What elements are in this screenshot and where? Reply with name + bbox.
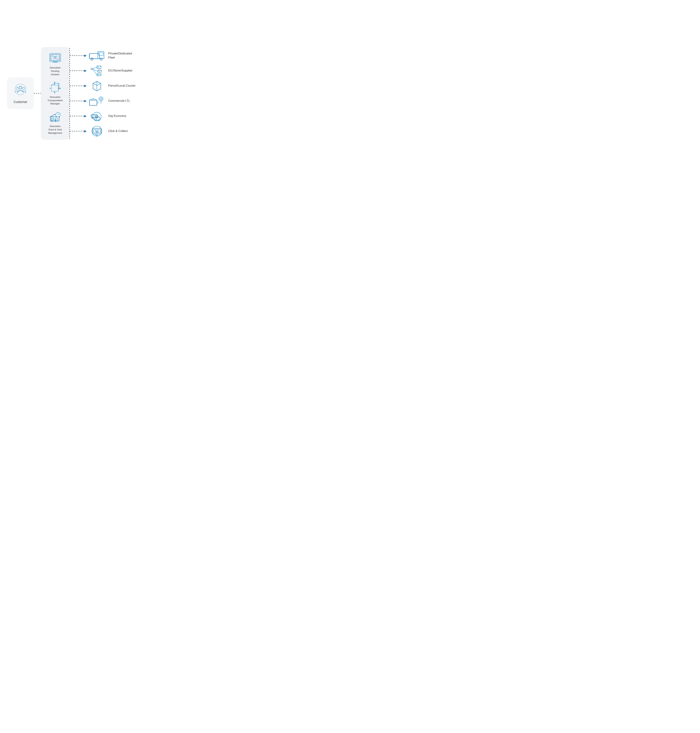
h-connector-5 xyxy=(70,116,84,116)
gig-economy-label: Gig Economy xyxy=(108,114,126,118)
svg-point-1 xyxy=(19,86,22,89)
row-dc-store: ▶ xyxy=(70,63,171,78)
svg-point-61 xyxy=(92,126,102,136)
svg-rect-5 xyxy=(51,54,60,60)
transportation-icon xyxy=(49,81,62,94)
customer-label: Customer xyxy=(13,100,27,104)
h-connector-4 xyxy=(70,101,84,101)
commercial-ltl-label: Commercial LTL xyxy=(108,99,130,103)
private-fleet-icon xyxy=(88,50,105,62)
h-connector-3 xyxy=(70,85,84,86)
click-collect-label: Click & Collect xyxy=(108,129,128,133)
center-item-dock: Descartes Dock & Yard Management xyxy=(48,110,62,135)
svg-rect-44 xyxy=(99,71,100,72)
dock-icon xyxy=(49,110,62,123)
svg-marker-18 xyxy=(54,81,55,82)
customer-box: Customer xyxy=(7,77,34,109)
svg-point-2 xyxy=(16,87,19,90)
svg-rect-63 xyxy=(94,129,100,133)
row-gig-economy: ▶ xyxy=(70,109,171,123)
right-connector-area: ▶ Private/Dedicated Fl xyxy=(69,48,171,139)
parcel-label: Parcel/Local Courier xyxy=(108,84,135,88)
h-connector-1 xyxy=(70,55,84,56)
svg-marker-16 xyxy=(60,88,61,88)
svg-rect-14 xyxy=(51,85,58,91)
svg-point-64 xyxy=(96,132,97,132)
svg-point-11 xyxy=(52,56,53,56)
svg-point-37 xyxy=(91,68,92,70)
right-rows: ▶ Private/Dedicated Fl xyxy=(70,48,171,139)
private-fleet-label: Private/Dedicated Fleet xyxy=(108,51,132,60)
arrow-2: ▶ xyxy=(84,69,87,73)
row-parcel: ▶ Parcel/Local Courier xyxy=(70,78,171,93)
diagram: Customer xyxy=(7,47,171,140)
svg-point-65 xyxy=(97,132,98,132)
arrow-5: ▶ xyxy=(84,114,87,118)
svg-rect-42 xyxy=(98,67,99,69)
svg-marker-17 xyxy=(54,93,55,94)
customer-icon xyxy=(13,83,28,98)
arrow-6: ▶ xyxy=(84,129,87,133)
transportation-label: Descartes Transportation Manager xyxy=(47,95,63,106)
svg-point-48 xyxy=(99,97,103,101)
svg-rect-55 xyxy=(92,115,95,117)
click-collect-icon xyxy=(88,125,105,137)
svg-rect-13 xyxy=(53,62,57,62)
svg-point-32 xyxy=(91,58,93,60)
svg-rect-20 xyxy=(52,118,54,121)
svg-point-12 xyxy=(58,59,58,60)
row-commercial-ltl: ▶ Commerc xyxy=(70,93,171,109)
gig-economy-icon xyxy=(88,110,105,122)
row-click-collect: ▶ xyxy=(70,123,171,139)
arrow-1: ▶ xyxy=(84,54,87,57)
routing-label: Descartes Routing Solution xyxy=(50,66,61,76)
svg-point-33 xyxy=(100,58,102,60)
center-item-routing: Descartes Routing Solution xyxy=(49,52,62,76)
dc-store-label: DC/Store/Supplier xyxy=(108,69,132,72)
routing-icon xyxy=(49,52,62,65)
dc-store-icon xyxy=(88,65,105,76)
row-private-fleet: ▶ Private/Dedicated Fl xyxy=(70,48,171,63)
arrow-3: ▶ xyxy=(84,84,87,88)
svg-rect-47 xyxy=(90,100,97,106)
center-item-transportation: Descartes Transportation Manager xyxy=(47,81,63,106)
commercial-ltl-icon xyxy=(88,95,105,107)
parcel-icon xyxy=(88,80,105,92)
h-connector-2 xyxy=(70,71,84,71)
center-column: Descartes Routing Solution Descartes T xyxy=(41,47,69,140)
svg-point-49 xyxy=(100,98,102,100)
arrow-4: ▶ xyxy=(84,99,87,103)
svg-point-3 xyxy=(22,87,25,90)
dock-label: Descartes Dock & Yard Management xyxy=(48,125,62,135)
connector-customer-center xyxy=(34,93,41,94)
svg-line-38 xyxy=(92,67,97,69)
h-connector-6 xyxy=(70,131,84,131)
